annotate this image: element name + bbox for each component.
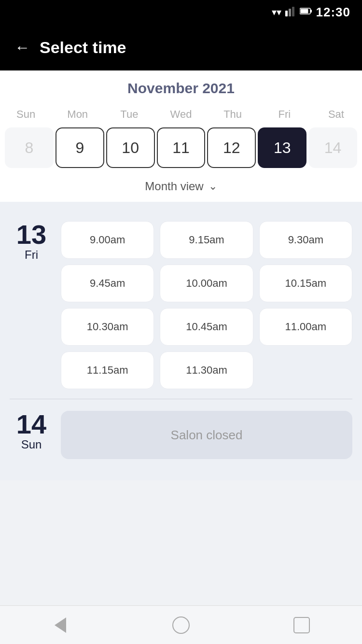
salon-closed-label: Salon closed [61, 411, 352, 459]
nav-recents-button[interactable] [290, 613, 314, 637]
date-cell-13[interactable]: 13 [258, 127, 306, 168]
status-icons: ▾▾ 12:30 [272, 5, 351, 20]
day-block-13: 13 Fri 9.00am 9.15am 9.30am 9.45am 10.00… [0, 211, 362, 399]
svg-rect-2 [292, 7, 294, 16]
status-bar: ▾▾ 12:30 [0, 0, 362, 24]
time-slot-1100am[interactable]: 11.00am [259, 308, 352, 346]
signal-icon [285, 6, 296, 19]
app-header: ← Select time [0, 24, 362, 70]
navigation-bar [0, 605, 362, 644]
calendar-section: November 2021 Sun Mon Tue Wed Thu Fri Sa… [0, 70, 362, 202]
nav-back-button[interactable] [48, 613, 72, 637]
svg-rect-5 [300, 9, 308, 13]
date-cell-12[interactable]: 12 [207, 127, 256, 168]
day-block-14: 14 Sun Salon closed [0, 399, 362, 471]
page-title: Select time [40, 38, 126, 57]
day-headers: Sun Mon Tue Wed Thu Fri Sat [0, 106, 362, 123]
date-cell-11[interactable]: 11 [157, 127, 206, 168]
time-grid-13: 9.00am 9.15am 9.30am 9.45am 10.00am 10.1… [61, 221, 352, 389]
day-header-sat: Sat [310, 106, 362, 123]
day-name-fri: Fri [25, 248, 38, 262]
date-cell-9[interactable]: 9 [56, 127, 104, 168]
wifi-icon: ▾▾ [272, 6, 281, 18]
date-row: 8 9 10 11 12 13 14 [0, 127, 362, 173]
time-slot-945am[interactable]: 9.45am [61, 265, 154, 302]
day-label-13: 13 Fri [10, 221, 53, 262]
day-header-sun: Sun [0, 106, 52, 123]
date-cell-14[interactable]: 14 [308, 127, 357, 168]
back-nav-icon [55, 617, 66, 633]
month-year-label: November 2021 [0, 80, 362, 97]
svg-rect-4 [310, 10, 312, 13]
time-slots-section: 13 Fri 9.00am 9.15am 9.30am 9.45am 10.00… [0, 202, 362, 480]
chevron-down-icon: ⌄ [209, 180, 217, 193]
date-cell-10[interactable]: 10 [106, 127, 155, 168]
nav-home-button[interactable] [169, 613, 193, 637]
month-view-toggle[interactable]: Month view ⌄ [0, 173, 362, 202]
time-slot-1030am[interactable]: 10.30am [61, 308, 154, 346]
time-slot-1000am[interactable]: 10.00am [160, 265, 253, 302]
date-cell-8[interactable]: 8 [5, 127, 54, 168]
home-nav-icon [172, 616, 190, 634]
time-slot-1045am[interactable]: 10.45am [160, 308, 253, 346]
time-slot-1130am[interactable]: 11.30am [160, 351, 253, 389]
day-header-wed: Wed [155, 106, 207, 123]
back-button[interactable]: ← [14, 40, 30, 55]
day-label-14: 14 Sun [10, 411, 53, 451]
battery-icon [300, 7, 312, 17]
svg-rect-1 [289, 9, 291, 16]
time-slot-1115am[interactable]: 11.15am [61, 351, 154, 389]
recents-nav-icon [293, 617, 310, 633]
time-slot-900am[interactable]: 9.00am [61, 221, 154, 259]
month-view-label: Month view [145, 180, 203, 193]
time-slot-915am[interactable]: 9.15am [160, 221, 253, 259]
day-header-thu: Thu [207, 106, 259, 123]
day-header-mon: Mon [52, 106, 103, 123]
svg-rect-0 [285, 11, 288, 16]
day-number-14: 14 [16, 411, 46, 438]
day-header-fri: Fri [259, 106, 310, 123]
status-time: 12:30 [316, 5, 351, 20]
day-number-13: 13 [16, 221, 46, 248]
time-slot-930am[interactable]: 9.30am [259, 221, 352, 259]
day-header-tue: Tue [103, 106, 155, 123]
day-name-sun: Sun [21, 438, 42, 451]
time-slot-1015am[interactable]: 10.15am [259, 265, 352, 302]
